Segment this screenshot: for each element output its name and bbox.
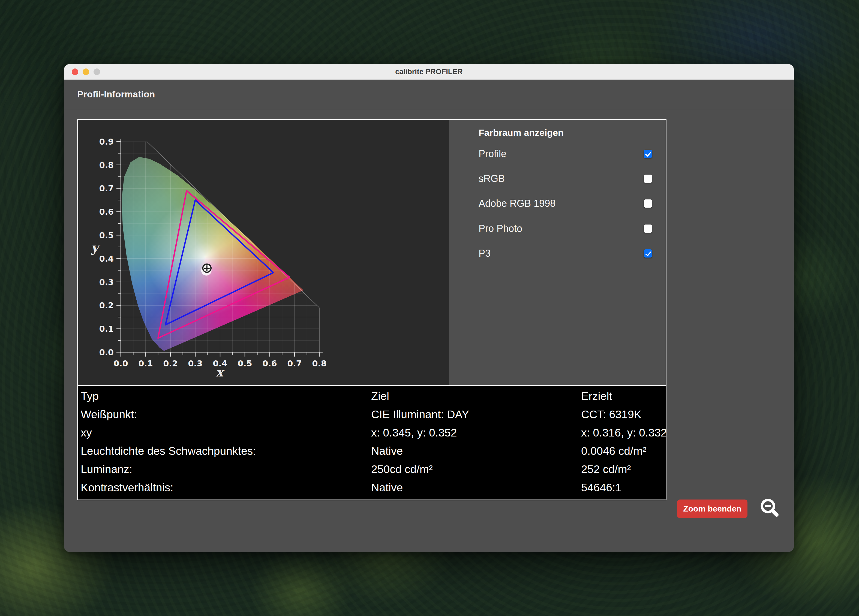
chart-overlay: 0.00.10.20.30.40.50.60.70.80.00.10.20.30… bbox=[78, 120, 449, 385]
colorspace-panel-title: Farbraum anzeigen bbox=[479, 127, 564, 138]
y-axis-title: y bbox=[91, 240, 98, 255]
svg-text:0.6: 0.6 bbox=[262, 359, 277, 368]
svg-text:0.2: 0.2 bbox=[99, 301, 114, 310]
row-label: Weißpunkt: bbox=[81, 408, 371, 421]
row-label: xy bbox=[81, 427, 371, 439]
row-label: Kontrastverhältnis: bbox=[81, 481, 371, 494]
svg-text:0.7: 0.7 bbox=[99, 184, 114, 193]
chromaticity-chart[interactable]: 0.00.10.20.30.40.50.60.70.80.00.10.20.30… bbox=[78, 120, 449, 385]
profile-info-container: 0.00.10.20.30.40.50.60.70.80.00.10.20.30… bbox=[77, 119, 667, 500]
table-header-ziel: Ziel bbox=[371, 390, 581, 403]
row-target: 250cd cd/m² bbox=[371, 463, 581, 476]
window-title: calibrite PROFILER bbox=[64, 64, 794, 80]
profile-checkbox[interactable] bbox=[644, 150, 652, 158]
colorspace-row-prophoto: Pro Photo bbox=[479, 223, 659, 236]
row-target: Native bbox=[371, 445, 581, 458]
svg-text:0.3: 0.3 bbox=[99, 277, 114, 287]
svg-text:0.2: 0.2 bbox=[163, 359, 178, 368]
app-window: calibrite PROFILER Profil-Information 0.… bbox=[64, 64, 794, 552]
row-label: Leuchtdichte des Schwachpunktes: bbox=[81, 445, 371, 458]
svg-text:0.1: 0.1 bbox=[99, 324, 114, 334]
colorspace-label: P3 bbox=[479, 248, 490, 259]
svg-text:0.5: 0.5 bbox=[99, 230, 114, 240]
colorspace-label: Pro Photo bbox=[479, 223, 522, 235]
row-label: Luminanz: bbox=[81, 463, 371, 476]
screen: calibrite PROFILER Profil-Information 0.… bbox=[0, 0, 859, 616]
svg-text:0.4: 0.4 bbox=[99, 254, 114, 264]
colorspace-row-p3: P3 bbox=[479, 248, 659, 261]
colorspace-label: Profile bbox=[479, 148, 506, 159]
colorspace-label: sRGB bbox=[479, 173, 505, 184]
zoom-out-icon[interactable] bbox=[760, 499, 780, 518]
svg-text:0.7: 0.7 bbox=[287, 359, 301, 368]
row-target: x: 0.345, y: 0.352 bbox=[371, 427, 581, 439]
svg-text:0.3: 0.3 bbox=[188, 359, 202, 368]
svg-text:0.8: 0.8 bbox=[99, 160, 114, 170]
srgb-checkbox[interactable] bbox=[644, 175, 652, 183]
svg-text:0.1: 0.1 bbox=[138, 359, 153, 368]
prophoto-checkbox[interactable] bbox=[644, 225, 652, 233]
profile-data-table: Typ Ziel Erzielt Weißpunkt: CIE Illumina… bbox=[78, 385, 666, 500]
row-achieved: CCT: 6319K bbox=[581, 408, 667, 421]
row-achieved: 252 cd/m² bbox=[581, 463, 667, 476]
colorspace-panel: Farbraum anzeigen Profile sRGB Adobe RGB… bbox=[449, 120, 666, 385]
colorspace-row-srgb: sRGB bbox=[479, 173, 659, 186]
svg-text:0.5: 0.5 bbox=[237, 359, 252, 368]
svg-text:0.8: 0.8 bbox=[312, 359, 326, 368]
page-title: Profil-Information bbox=[77, 89, 155, 100]
svg-text:0.0: 0.0 bbox=[114, 359, 128, 368]
x-axis-title: x bbox=[216, 365, 223, 380]
row-achieved: 54646:1 bbox=[581, 481, 667, 494]
end-zoom-button[interactable]: Zoom beenden bbox=[677, 500, 748, 518]
colorspace-row-profile: Profile bbox=[479, 148, 659, 161]
row-achieved: 0.0046 cd/m² bbox=[581, 445, 667, 458]
svg-text:0.9: 0.9 bbox=[99, 137, 114, 147]
colorspace-label: Adobe RGB 1998 bbox=[479, 198, 556, 209]
row-target: Native bbox=[371, 481, 581, 494]
header-divider bbox=[64, 109, 794, 109]
colorspace-row-adobergb: Adobe RGB 1998 bbox=[479, 198, 659, 211]
row-achieved: x: 0.316, y: 0.332 bbox=[581, 427, 667, 439]
table-header-typ: Typ bbox=[81, 390, 371, 403]
svg-text:0.0: 0.0 bbox=[99, 347, 114, 357]
p3-checkbox[interactable] bbox=[644, 249, 652, 258]
row-target: CIE Illuminant: DAY bbox=[371, 408, 581, 421]
table-header-erzielt: Erzielt bbox=[581, 390, 667, 403]
window-content: Profil-Information 0.00.10.20.30.40.50.6… bbox=[64, 80, 794, 552]
window-titlebar[interactable]: calibrite PROFILER bbox=[64, 64, 794, 80]
svg-text:0.6: 0.6 bbox=[99, 207, 114, 217]
adobergb-checkbox[interactable] bbox=[644, 199, 652, 208]
